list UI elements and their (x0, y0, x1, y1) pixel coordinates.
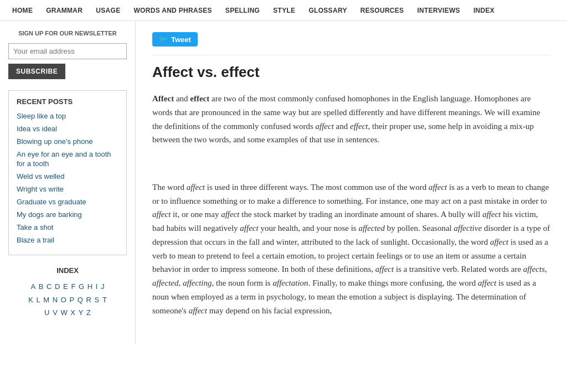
article-title: Affect vs. effect (152, 64, 550, 81)
index-letter-R[interactable]: R (86, 296, 91, 304)
recent-post-link[interactable]: Idea vs ideal (17, 125, 57, 133)
index-letter-K[interactable]: K (28, 296, 33, 304)
index-title: INDEX (8, 266, 127, 275)
index-letter-E[interactable]: E (63, 282, 68, 291)
recent-post-link[interactable]: Blaze a trail (17, 236, 54, 244)
index-letter-G[interactable]: G (79, 282, 84, 291)
index-letter-O[interactable]: O (61, 296, 66, 304)
nav-item-spelling[interactable]: SPELLING (219, 7, 266, 14)
index-letter-row: A B C D E F G H I J (8, 280, 127, 293)
nav-item-interviews[interactable]: INTERVIEWS (410, 7, 466, 14)
index-letter-V[interactable]: V (53, 308, 58, 317)
newsletter-label: SIGN UP FOR OUR NEWSLETTER (8, 29, 127, 38)
recent-posts-title: RECENT POSTS (17, 97, 118, 106)
article-paragraph-spacer (152, 157, 550, 171)
index-letter-row: K L M N O P Q R S T (8, 293, 127, 306)
index-letter-Z[interactable]: Z (86, 308, 91, 317)
index-letter-C[interactable]: C (47, 282, 51, 291)
recent-post-link[interactable]: My dogs are barking (17, 210, 82, 219)
nav-item-words-and-phrases[interactable]: WORDS AND PHRASES (127, 7, 218, 14)
index-letter-A[interactable]: A (30, 282, 35, 291)
index-letter-B[interactable]: B (39, 282, 44, 291)
nav-item-usage[interactable]: USAGE (89, 7, 127, 14)
list-item: Wright vs write (17, 184, 118, 194)
list-item: Sleep like a top (17, 111, 118, 121)
recent-post-link[interactable]: Sleep like a top (17, 112, 66, 120)
recent-post-link[interactable]: Weld vs welled (17, 172, 64, 180)
tweet-button[interactable]: 🐦 Tweet (152, 32, 198, 47)
list-item: An eye for an eye and a tooth for a toot… (17, 149, 118, 168)
nav-item-home[interactable]: HOME (6, 7, 39, 14)
index-letter-J[interactable]: J (101, 282, 105, 291)
article-paragraph-1: Affect and effect are two of the most co… (152, 92, 550, 147)
twitter-bird-icon: 🐦 (159, 35, 168, 44)
index-letter-P[interactable]: P (70, 296, 75, 304)
index-letter-H[interactable]: H (87, 282, 92, 291)
list-item: Idea vs ideal (17, 124, 118, 133)
index-section: INDEX A B C D E F G H I J K L M N O P Q … (8, 266, 127, 319)
nav-item-glossary[interactable]: GLOSSARY (302, 7, 353, 14)
index-letter-Q[interactable]: Q (78, 296, 83, 304)
nav-item-resources[interactable]: RESOURCES (354, 7, 411, 14)
list-item: Graduate vs graduate (17, 197, 118, 207)
recent-post-link[interactable]: Graduate vs graduate (17, 198, 86, 206)
nav-item-grammar[interactable]: GRAMMAR (39, 7, 89, 14)
index-letter-L[interactable]: L (36, 296, 40, 304)
article-body: Affect and effect are two of the most co… (152, 92, 550, 317)
recent-posts-box: RECENT POSTS Sleep like a topIdea vs ide… (8, 90, 127, 255)
recent-post-link[interactable]: Wright vs write (17, 185, 64, 193)
index-letters: A B C D E F G H I J K L M N O P Q R S T … (8, 280, 127, 319)
tweet-bar: 🐦 Tweet (152, 32, 550, 55)
index-letter-D[interactable]: D (55, 282, 60, 291)
nav-item-index[interactable]: INDEX (467, 7, 501, 14)
newsletter-section: SIGN UP FOR OUR NEWSLETTER SUBSCRIBE (8, 29, 127, 79)
index-letter-U[interactable]: U (44, 308, 49, 317)
index-letter-S[interactable]: S (95, 296, 100, 304)
index-letter-row: U V W X Y Z (8, 306, 127, 319)
list-item: Blaze a trail (17, 235, 118, 245)
sidebar: SIGN UP FOR OUR NEWSLETTER SUBSCRIBE REC… (0, 21, 136, 344)
recent-post-link[interactable]: Blowing up one's phone (17, 137, 93, 146)
list-item: Weld vs welled (17, 172, 118, 181)
subscribe-button[interactable]: SUBSCRIBE (8, 64, 65, 79)
top-navigation: HOMEGRAMMARUSAGEWORDS AND PHRASESSPELLIN… (0, 0, 567, 21)
nav-item-style[interactable]: STYLE (266, 7, 302, 14)
recent-post-link[interactable]: An eye for an eye and a tooth for a toot… (17, 150, 111, 168)
tweet-label: Tweet (171, 35, 191, 44)
index-letter-X[interactable]: X (70, 308, 75, 317)
email-input[interactable] (8, 43, 127, 59)
index-letter-Y[interactable]: Y (79, 308, 84, 317)
index-letter-W[interactable]: W (60, 308, 67, 317)
list-item: My dogs are barking (17, 210, 118, 219)
main-content: 🐦 Tweet Affect vs. effect Affect and eff… (136, 21, 567, 344)
list-item: Take a shot (17, 223, 118, 232)
list-item: Blowing up one's phone (17, 137, 118, 146)
index-letter-T[interactable]: T (102, 296, 107, 304)
article-paragraph-2: The word affect is used in three differe… (152, 180, 550, 318)
index-letter-I[interactable]: I (96, 282, 98, 291)
index-letter-F[interactable]: F (71, 282, 75, 291)
recent-posts-list: Sleep like a topIdea vs idealBlowing up … (17, 111, 118, 245)
index-letter-M[interactable]: M (43, 296, 49, 304)
recent-post-link[interactable]: Take a shot (17, 223, 54, 231)
index-letter-N[interactable]: N (53, 296, 58, 304)
